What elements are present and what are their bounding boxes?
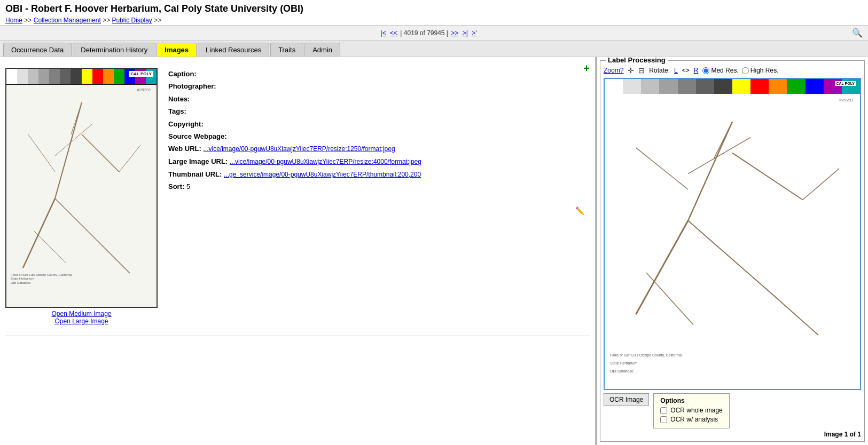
label-specimen-image: CAL POLY #29291 bbox=[605, 79, 860, 389]
large-url-link[interactable]: ...vice/image/00-pguwU8uXiawjzYiiec7ERP/… bbox=[230, 158, 421, 165]
tab-occurrence-data[interactable]: Occurrence Data bbox=[3, 43, 72, 57]
image-links: Open Medium Image Open Large Image bbox=[51, 310, 111, 325]
open-large-image-link[interactable]: Open Large Image bbox=[51, 317, 111, 325]
ocr-analysis-checkbox[interactable] bbox=[660, 416, 667, 423]
specimen-image-container: CAL POLY bbox=[5, 68, 158, 325]
pagination-last[interactable]: >| bbox=[463, 29, 468, 37]
image-count: Image 1 of 1 bbox=[604, 431, 861, 438]
resolution-group: Med Res. High Res. bbox=[702, 67, 778, 74]
med-res-option[interactable]: Med Res. bbox=[702, 67, 738, 74]
svg-line-14 bbox=[803, 169, 839, 200]
tab-determination-history[interactable]: Determination History bbox=[73, 43, 155, 57]
svg-line-19 bbox=[714, 122, 732, 158]
thumb-url-label: Thumbnail URL: bbox=[168, 170, 222, 178]
breadcrumb-home[interactable]: Home bbox=[5, 17, 22, 24]
med-res-radio[interactable] bbox=[702, 67, 709, 74]
tab-images[interactable]: Images bbox=[157, 43, 197, 57]
svg-line-10 bbox=[688, 122, 732, 220]
options-box: Options OCR whole image OCR w/ analysis bbox=[653, 393, 729, 428]
pagination-next[interactable]: >> bbox=[451, 29, 458, 37]
edit-icon[interactable]: ✏️ bbox=[575, 206, 584, 215]
label-processing-box: Label Processing Zoom? ✛ ⊟ Rotate: L <> … bbox=[600, 60, 865, 442]
svg-line-15 bbox=[636, 148, 689, 189]
svg-line-0 bbox=[55, 102, 82, 198]
web-url-label: Web URL: bbox=[168, 145, 201, 153]
svg-line-11 bbox=[636, 220, 689, 314]
rotate-r-link[interactable]: R bbox=[694, 67, 699, 74]
ocr-whole-checkbox[interactable] bbox=[660, 407, 667, 414]
source-label: Source Webpage: bbox=[168, 132, 227, 140]
ocr-analysis-label: OCR w/ analysis bbox=[670, 416, 718, 423]
right-panel: Label Processing Zoom? ✛ ⊟ Rotate: L <> … bbox=[596, 57, 868, 445]
sort-label: Sort: bbox=[168, 182, 184, 190]
svg-line-7 bbox=[98, 241, 130, 273]
filter-icon[interactable]: ⊟ bbox=[638, 66, 645, 75]
pagination-end[interactable]: >' bbox=[472, 29, 476, 37]
left-panel: + bbox=[0, 57, 596, 445]
svg-line-16 bbox=[688, 137, 750, 173]
page-title: OBI - Robert F. Hoover Herbarium, Cal Po… bbox=[5, 3, 863, 14]
sort-value: 5 bbox=[186, 182, 190, 190]
high-res-radio[interactable] bbox=[742, 67, 749, 74]
specimen-image: CAL POLY bbox=[5, 68, 158, 308]
high-res-label: High Res. bbox=[750, 67, 779, 74]
svg-line-9 bbox=[71, 102, 82, 134]
accession-number: #29291 bbox=[137, 88, 151, 92]
breadcrumb: Home >> Collection Management >> Public … bbox=[5, 17, 863, 24]
label-cal-poly: CAL POLY bbox=[835, 81, 856, 86]
tags-label: Tags: bbox=[168, 107, 186, 115]
image-area: CAL POLY bbox=[5, 62, 590, 330]
ocr-image-button[interactable]: OCR Image bbox=[604, 393, 649, 406]
label-location: Flora of San Luis Obispo County, Califor… bbox=[610, 353, 682, 357]
svg-line-3 bbox=[82, 134, 119, 172]
breadcrumb-collection[interactable]: Collection Management bbox=[34, 17, 101, 24]
svg-line-1 bbox=[23, 198, 55, 268]
label-image-container: CAL POLY #29291 bbox=[604, 78, 861, 390]
breadcrumb-public[interactable]: Public Display bbox=[112, 17, 152, 24]
web-url-link[interactable]: ...vice/image/00-pguwU8uXiawjzYiiec7ERP/… bbox=[204, 145, 395, 153]
tab-traits[interactable]: Traits bbox=[270, 43, 303, 57]
zoom-link[interactable]: Zoom? bbox=[604, 67, 623, 74]
add-image-icon[interactable]: + bbox=[583, 62, 590, 75]
label-herbarium: State Herbarium bbox=[610, 361, 637, 365]
tabs: Occurrence Data Determination History Im… bbox=[0, 41, 868, 57]
thumb-url-link[interactable]: ...ge_service/image/00-pguwU8uXiawjzYiie… bbox=[224, 171, 421, 178]
pagination-prev[interactable]: << bbox=[390, 29, 397, 37]
ocr-analysis-option[interactable]: OCR w/ analysis bbox=[660, 416, 722, 423]
svg-line-8 bbox=[34, 231, 66, 263]
ocr-whole-option[interactable]: OCR whole image bbox=[660, 407, 722, 414]
pagination-first[interactable]: |< bbox=[381, 29, 386, 37]
label-controls: Zoom? ✛ ⊟ Rotate: L <> R Med Res. bbox=[604, 66, 861, 75]
svg-line-2 bbox=[55, 198, 98, 241]
svg-line-18 bbox=[646, 273, 693, 325]
photographer-label: Photographer: bbox=[168, 82, 216, 90]
label-db: OBI Database bbox=[610, 369, 634, 373]
svg-line-12 bbox=[688, 220, 771, 293]
specimen-drawing bbox=[12, 92, 151, 300]
divider bbox=[5, 336, 590, 336]
svg-line-13 bbox=[732, 153, 803, 200]
ocr-row: OCR Image Options OCR whole image OCR w/… bbox=[604, 393, 861, 428]
high-res-option[interactable]: High Res. bbox=[742, 67, 779, 74]
nav-row: |< << | 4019 of 79945 | >> >| >' 🔍 bbox=[0, 26, 868, 41]
pagination: |< << | 4019 of 79945 | >> >| >' bbox=[380, 29, 478, 37]
label-color-bar bbox=[605, 79, 860, 94]
rotate-label: Rotate: bbox=[649, 67, 670, 74]
search-icon[interactable]: 🔍 bbox=[852, 28, 863, 38]
svg-line-4 bbox=[119, 145, 140, 172]
svg-line-5 bbox=[28, 134, 55, 172]
cal-poly-label: CAL POLY bbox=[129, 71, 153, 77]
options-title: Options bbox=[660, 397, 722, 404]
tab-linked-resources[interactable]: Linked Resources bbox=[198, 43, 269, 57]
move-icon[interactable]: ✛ bbox=[628, 66, 634, 75]
label-processing-title: Label Processing bbox=[606, 57, 668, 64]
rotate-l-link[interactable]: L bbox=[674, 67, 678, 74]
label-specimen-drawing bbox=[605, 94, 860, 389]
large-url-label: Large Image URL: bbox=[168, 157, 228, 165]
tab-admin[interactable]: Admin bbox=[304, 43, 340, 57]
specimen-info: Flora of San Luis Obispo County, Califor… bbox=[11, 273, 72, 285]
ocr-whole-label: OCR whole image bbox=[670, 407, 722, 414]
pagination-info: | 4019 of 79945 | bbox=[400, 29, 450, 37]
open-medium-image-link[interactable]: Open Medium Image bbox=[51, 310, 111, 317]
svg-line-17 bbox=[771, 293, 818, 335]
